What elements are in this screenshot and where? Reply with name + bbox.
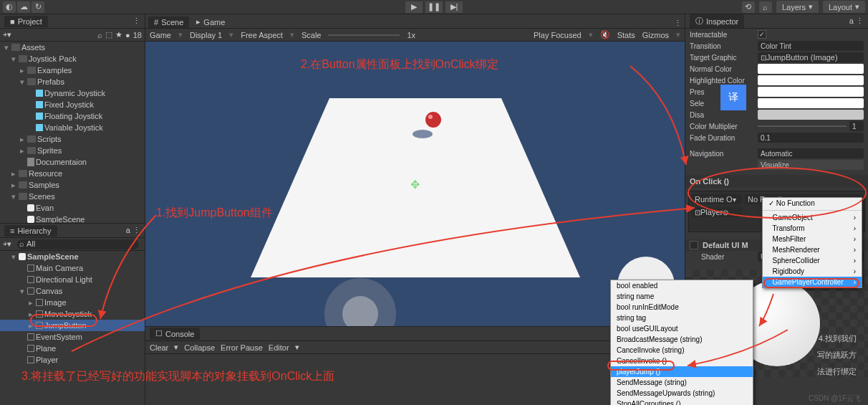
project-item[interactable]: Floating Joystick (0, 110, 145, 122)
func-menu-item[interactable]: Rigidbody (763, 266, 862, 277)
project-item[interactable]: Variable Joystick (0, 122, 145, 133)
hierarchy-item[interactable]: EventSystem (0, 331, 145, 343)
color-mult-value[interactable]: 1 (849, 121, 864, 131)
layout-dropdown[interactable]: Layout ▾ (823, 1, 865, 13)
disabled-color-swatch[interactable] (758, 110, 864, 120)
method-menu-item[interactable]: bool useGUILayout (611, 323, 753, 334)
search-icon[interactable]: ⌕ (759, 1, 772, 13)
search-icon[interactable]: ⌕ (97, 31, 102, 39)
hierarchy-item[interactable]: ▸MoveJoystick (0, 308, 145, 320)
method-menu-item[interactable]: StopAllCoroutines () (611, 399, 753, 405)
func-menu-item[interactable]: MeshFilter (763, 234, 862, 244)
add-button[interactable]: +▾ (3, 30, 11, 39)
function-menu[interactable]: ✓ No Function GameObject Transform MeshF… (762, 197, 862, 288)
method-menu-item[interactable]: playerJump () (611, 366, 753, 377)
editor-dropdown[interactable]: Editor (269, 343, 289, 352)
object-field[interactable]: ⊡Player ⊙ (692, 207, 742, 217)
assets-folder[interactable]: Assets (21, 43, 45, 52)
hierarchy-item[interactable]: Main Camera (0, 262, 145, 274)
method-menu-item[interactable]: string name (611, 291, 753, 302)
func-menu-item[interactable]: Transform (763, 223, 862, 234)
normal-color-swatch[interactable] (758, 64, 864, 74)
play-button[interactable]: ▶ (405, 1, 423, 13)
visualize-button[interactable]: Visualize (758, 160, 864, 170)
func-menu-item[interactable]: ✓ No Function (763, 198, 862, 209)
project-item[interactable]: ▾Prefabs (0, 76, 145, 87)
hierarchy-tab[interactable]: ≡ Hierarchy (4, 225, 57, 237)
layers-dropdown[interactable]: Layers ▾ (776, 1, 819, 13)
stats-button[interactable]: Stats (617, 31, 635, 39)
cloud-icon[interactable]: ☁ (17, 1, 30, 13)
hierarchy-item[interactable]: ▸Image (0, 297, 145, 308)
svg-point-2 (425, 112, 441, 128)
project-item[interactable]: Documentaion (0, 156, 145, 168)
method-menu-item[interactable]: CancelInvoke () (611, 356, 753, 366)
game-tab[interactable]: ▸ Game (191, 16, 231, 28)
console-tab[interactable]: ☐ Console (150, 328, 200, 340)
method-menu-item[interactable]: SendMessage (string) (611, 377, 753, 388)
interactable-checkbox[interactable] (758, 30, 766, 39)
project-item[interactable]: ▸Sprites (0, 145, 145, 156)
project-item[interactable]: ▾Joystick Pack (0, 53, 145, 65)
method-menu-item[interactable]: string tag (611, 313, 753, 323)
scene-tab[interactable]: # Scene (148, 16, 189, 28)
project-item[interactable]: Fixed Joystick (0, 99, 145, 110)
error-pause-button[interactable]: Error Pause (221, 343, 263, 352)
scene-root[interactable]: SampleScene (27, 252, 79, 261)
project-tab[interactable]: ■ Project (4, 16, 48, 27)
pause-button[interactable]: ❚❚ (425, 1, 443, 13)
selected-color-swatch[interactable] (758, 98, 864, 108)
project-item[interactable]: ▸Scripts (0, 133, 145, 145)
hierarchy-item[interactable]: ▾Canvas (0, 285, 145, 297)
account-icon[interactable]: ◐ (3, 1, 16, 13)
func-menu-item[interactable]: SphereCollider (763, 255, 862, 266)
transition-dropdown[interactable]: Color Tint (758, 41, 864, 51)
project-item[interactable]: ▸Examples (0, 65, 145, 76)
translate-icon[interactable]: 译 (720, 85, 746, 110)
func-menu-item[interactable]: MeshRenderer (763, 244, 862, 255)
gizmos-dropdown[interactable]: Gizmos (642, 31, 669, 39)
project-item[interactable]: Dynamic Joystick (0, 87, 145, 99)
hierarchy-tree[interactable]: ▾SampleScene Main CameraDirectional Ligh… (0, 251, 145, 405)
aspect-dropdown[interactable]: Free Aspect (241, 31, 283, 39)
method-menu[interactable]: bool enabledstring namebool runInEditMod… (610, 280, 753, 405)
target-graphic-field[interactable]: ⊡ JumpButton (Image) (758, 52, 864, 62)
project-item[interactable]: Evan (0, 202, 145, 214)
search-hierarchy[interactable]: ⌕ All (17, 239, 139, 249)
method-menu-item[interactable]: SendMessageUpwards (string) (611, 388, 753, 399)
fade-field[interactable]: 0.1 (758, 133, 864, 143)
highlighted-color-swatch[interactable] (758, 75, 864, 85)
method-menu-item[interactable]: bool runInEditMode (611, 302, 753, 313)
scale-slider[interactable] (328, 34, 400, 36)
hierarchy-item[interactable]: Player (0, 354, 145, 366)
display-dropdown[interactable]: Display 1 (190, 31, 222, 39)
hierarchy-item[interactable]: ▸JumpButton (0, 320, 145, 331)
color-mult-slider[interactable] (758, 125, 847, 127)
pressed-color-swatch[interactable] (758, 87, 864, 97)
step-button[interactable]: ▶| (445, 1, 463, 13)
game-view[interactable]: ✥ (145, 42, 685, 326)
project-item[interactable]: SampleScene (0, 214, 145, 223)
project-item[interactable]: ▸Samples (0, 179, 145, 191)
material-checkbox[interactable] (690, 241, 698, 249)
collapse-button[interactable]: Collapse (184, 343, 215, 352)
play-focused-dropdown[interactable]: Play Focused (534, 31, 582, 39)
clear-button[interactable]: Clear (150, 343, 168, 352)
inspector-tab[interactable]: ⓘ Inspector (690, 14, 744, 28)
method-menu-item[interactable]: CancelInvoke (string) (611, 345, 753, 356)
method-menu-item[interactable]: BroadcastMessage (string) (611, 334, 753, 345)
mute-icon[interactable]: 🔇 (600, 30, 610, 39)
func-menu-item[interactable]: GameObject (763, 212, 862, 223)
runtime-dropdown[interactable]: Runtime O▾ (692, 194, 742, 204)
hierarchy-item[interactable]: Plane (0, 343, 145, 354)
project-item[interactable]: ▸Resource (0, 168, 145, 179)
method-menu-item[interactable]: bool enabled (611, 280, 753, 291)
navigation-dropdown[interactable]: Automatic (758, 148, 864, 158)
func-menu-item[interactable]: GamePlayerController (763, 277, 862, 287)
hierarchy-item[interactable]: Directional Light (0, 274, 145, 285)
history-icon[interactable]: ↻ (32, 1, 44, 13)
project-tree[interactable]: ▾Assets ▾Joystick Pack▸Examples▾PrefabsD… (0, 42, 145, 223)
project-item[interactable]: ▾Scenes (0, 191, 145, 202)
add-button[interactable]: +▾ (3, 239, 11, 249)
undo-icon[interactable]: ⟲ (742, 1, 755, 13)
